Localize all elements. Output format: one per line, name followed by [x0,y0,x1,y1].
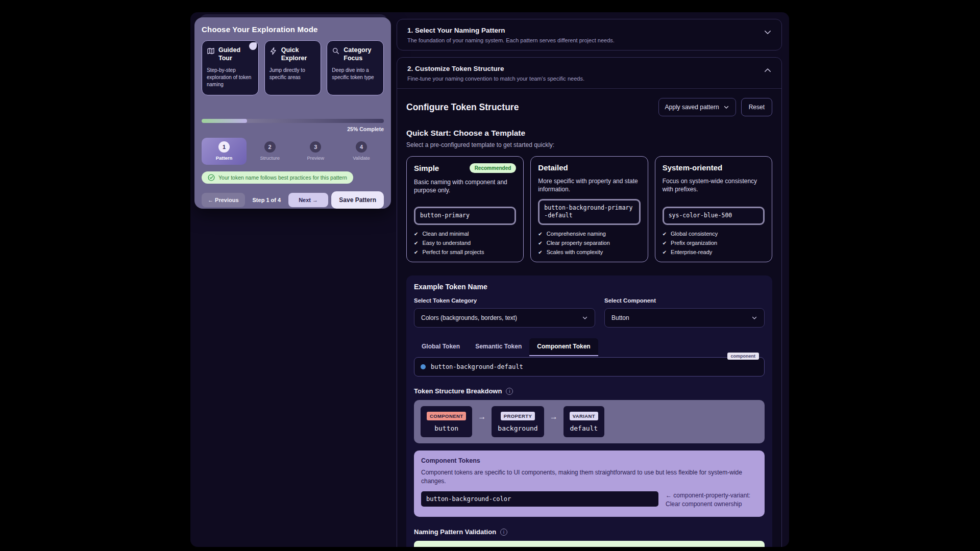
next-button[interactable]: Next → [288,193,328,207]
mode-card-guided-tour[interactable]: Guided Tour Step-by-step exploration of … [202,40,259,95]
token-type-badge: component [727,353,760,360]
feature-text: Perfect for small projects [422,249,484,255]
mode-description: Jump directly to specific areas [270,67,316,81]
mode-cards: Guided Tour Step-by-step exploration of … [202,40,384,95]
component-select[interactable]: Button [604,308,765,328]
quick-start-subtitle: Select a pre-configured template to get … [406,141,772,148]
token-category-value: Colors (backgrounds, borders, text) [421,314,517,321]
check-icon: ✔ [663,240,667,246]
step-label: Pattern [216,155,233,161]
step-label: Preview [307,155,324,161]
check-icon: ✔ [663,249,667,255]
template-card-system-oriented[interactable]: System-oriented Focus on system-wide con… [655,156,772,262]
check-circle-icon [208,174,215,181]
breakdown-part-variant: VARIANT default [564,406,604,437]
section-customize-structure: 2. Customize Token Structure Fine-tune y… [397,57,782,547]
section-subtitle: The foundation of your naming system. Ea… [407,37,771,43]
token-category-select[interactable]: Colors (backgrounds, borders, text) [414,308,595,328]
check-icon: ✔ [663,231,667,237]
info-icon[interactable]: i [500,529,507,536]
mode-card-quick-explorer[interactable]: Quick Explorer Jump directly to specific… [264,40,322,95]
previous-button[interactable]: ← Previous [202,193,245,207]
progress-label: 25% Complete [202,126,384,132]
part-value: default [570,424,598,432]
template-example-token: button-background-primary-default [538,199,640,225]
feature-text: Comprehensive naming [547,231,606,237]
section-1-header[interactable]: 1. Select Your Naming Pattern The founda… [397,19,781,50]
info-panel-title: Component Tokens [421,457,757,464]
example-heading: Example Token Name [414,283,765,291]
arrow-right-icon: → [478,412,486,421]
step-number: 1 [218,141,230,153]
token-preview-box: component button-background-default [414,357,765,377]
template-card-simple[interactable]: Simple Recommended Basic naming with com… [406,156,524,262]
info-panel-annotation: ← component-property-variant: Clear comp… [666,491,757,509]
check-icon: ✔ [414,240,418,246]
feature-text: Clear property separation [547,240,610,246]
mode-card-category-focus[interactable]: Category Focus Deep dive into a specific… [327,40,384,95]
section-title: 1. Select Your Naming Pattern [407,27,771,34]
template-card-detailed[interactable]: Detailed More specific with property and… [530,156,648,262]
component-value: Button [611,314,629,321]
quick-start-title: Quick Start: Choose a Template [406,129,772,138]
chevron-down-icon [582,315,588,321]
mode-title: Guided Tour [218,46,254,63]
step-structure[interactable]: 2 Structure [248,138,292,165]
selected-corner-badge [249,42,257,50]
check-icon: ✔ [538,249,542,255]
feature-text: Easy to understand [422,240,471,246]
app-window: Choose Your Exploration Mode Guided Tour… [190,12,789,547]
mode-title: Quick Explorer [281,46,316,63]
template-description: Focus on system-wide consistency with pr… [663,177,765,193]
chevron-down-icon [751,315,757,321]
mode-title: Category Focus [344,46,379,63]
recommended-badge: Recommended [470,163,517,173]
chevron-up-icon[interactable] [763,66,772,77]
exploration-mode-panel: Choose Your Exploration Mode Guided Tour… [194,17,391,209]
step-number: 4 [356,141,367,153]
best-practices-banner: Your token name follows best practices f… [202,171,353,184]
token-category-label: Select Token Category [414,297,595,304]
tab-global-token[interactable]: Global Token [414,338,468,356]
mode-description: Step-by-step exploration of token naming [207,67,254,88]
banner-text: Your token name follows best practices f… [218,174,347,181]
chevron-down-icon[interactable] [763,28,772,39]
step-label: Structure [260,155,280,161]
step-validate[interactable]: 4 Validate [339,138,384,165]
step-preview[interactable]: 3 Preview [293,138,338,165]
component-label: Select Component [604,297,765,304]
info-icon[interactable]: i [506,388,513,395]
example-token-panel: Example Token Name Select Token Category… [406,276,772,547]
section-naming-pattern: 1. Select Your Naming Pattern The founda… [397,19,782,51]
check-icon: ✔ [538,231,542,237]
mode-description: Deep dive into a specific token type [332,67,379,81]
part-value: button [427,424,466,432]
wizard-nav: ← Previous Step 1 of 4 Next → Save Patte… [202,191,384,209]
template-description: More specific with property and state in… [538,177,640,193]
apply-saved-pattern-dropdown[interactable]: Apply saved pattern [658,98,736,116]
part-type-badge: VARIANT [570,412,598,420]
token-name: button-background-default [431,363,523,370]
template-cards: Simple Recommended Basic naming with com… [406,156,772,262]
feature-text: Global consistency [671,231,718,237]
info-panel-example-token: button-background-color [421,491,658,507]
info-panel-description: Component tokens are specific to UI comp… [421,468,757,486]
tab-component-token[interactable]: Component Token [529,338,598,356]
feature-text: Scales with complexity [547,249,603,255]
token-color-dot [421,364,426,369]
token-type-tabs: Global Token Semantic Token Component To… [414,338,765,356]
template-example-token: button-primary [414,207,516,225]
feature-text: Prefix organization [671,240,717,246]
step-indicators: 1 Pattern 2 Structure 3 Preview 4 Valida… [202,138,384,165]
reset-button[interactable]: Reset [741,98,772,116]
section-subtitle: Fine-tune your naming convention to matc… [407,76,771,82]
step-pattern[interactable]: 1 Pattern [202,138,247,165]
section-2-header[interactable]: 2. Customize Token Structure Fine-tune y… [397,58,781,88]
check-icon: ✔ [414,231,418,237]
feature-text: Clean and minimal [422,231,469,237]
lightning-icon [270,47,278,57]
template-name: Detailed [538,163,568,172]
save-pattern-button[interactable]: Save Pattern [331,191,384,209]
tab-semantic-token[interactable]: Semantic Token [468,338,529,356]
validation-success-panel: Token name follows recommended naming co… [414,541,765,547]
